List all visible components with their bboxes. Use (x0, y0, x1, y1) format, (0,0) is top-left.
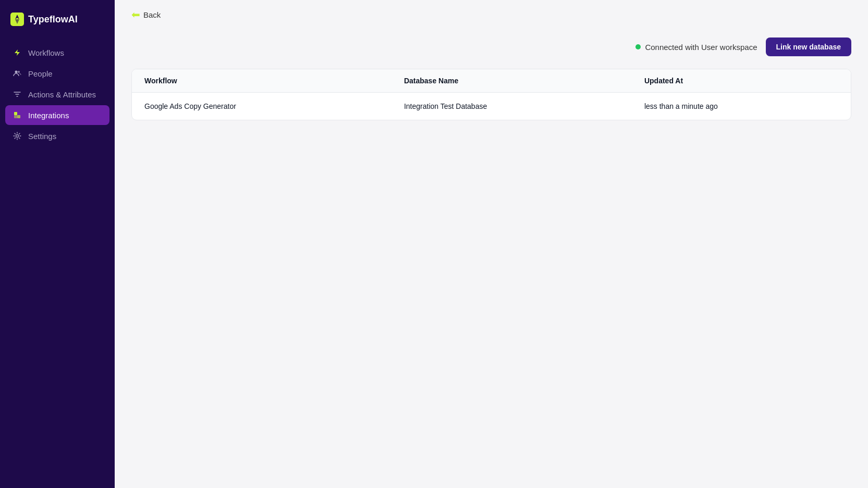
bolt-icon (13, 48, 22, 57)
table-header-row: Workflow Database Name Updated At (132, 69, 851, 93)
svg-rect-7 (14, 115, 17, 118)
connection-bar: Connected with User workspace Link new d… (131, 37, 851, 56)
link-new-database-button[interactable]: Link new database (766, 37, 851, 56)
table-header: Workflow Database Name Updated At (132, 69, 851, 93)
sidebar-item-integrations-label: Integrations (28, 111, 69, 120)
top-bar: ⬅ Back (115, 0, 868, 29)
logo-text: TypeflowAI (28, 14, 78, 25)
people-icon (13, 69, 22, 78)
back-arrow-icon: ⬅ (131, 8, 140, 21)
sidebar-item-actions-label: Actions & Attributes (28, 90, 96, 99)
svg-point-3 (15, 71, 18, 73)
sidebar-item-people[interactable]: People (5, 64, 109, 83)
integrations-table-container: Workflow Database Name Updated At Google… (131, 69, 851, 120)
sidebar-item-workflows[interactable]: Workflows (5, 43, 109, 62)
col-workflow: Workflow (132, 69, 392, 93)
svg-rect-6 (17, 115, 20, 118)
connection-status: Connected with User workspace (635, 43, 757, 52)
back-button[interactable]: ⬅ Back (131, 8, 161, 21)
svg-point-4 (18, 71, 20, 73)
cell-updated-at: less than a minute ago (632, 93, 851, 120)
main-content: ⬅ Back Connected with User workspace Lin… (115, 0, 868, 488)
content-area: Connected with User workspace Link new d… (115, 29, 868, 488)
connection-status-label: Connected with User workspace (645, 43, 757, 52)
status-dot-green (635, 44, 641, 49)
table-body: Google Ads Copy GeneratorIntegration Tes… (132, 93, 851, 120)
sidebar-item-workflows-label: Workflows (28, 48, 64, 57)
filter-icon (13, 90, 22, 99)
sidebar-item-actions-attributes[interactable]: Actions & Attributes (5, 84, 109, 104)
col-database-name: Database Name (392, 69, 632, 93)
sidebar-item-settings[interactable]: Settings (5, 126, 109, 146)
sidebar-item-integrations[interactable]: Integrations (5, 105, 109, 125)
nav-items: Workflows People Actions & Attributes In… (0, 43, 115, 146)
svg-rect-5 (14, 112, 17, 115)
sidebar: TypeflowAI Workflows People Actions & At… (0, 0, 115, 488)
logo-icon (10, 12, 24, 26)
svg-point-8 (16, 135, 19, 137)
cell-workflow: Google Ads Copy Generator (132, 93, 392, 120)
col-updated-at: Updated At (632, 69, 851, 93)
sidebar-item-people-label: People (28, 69, 53, 78)
sidebar-item-settings-label: Settings (28, 132, 56, 141)
integrations-table: Workflow Database Name Updated At Google… (132, 69, 851, 120)
cell-database-name: Integration Test Database (392, 93, 632, 120)
gear-icon (13, 131, 22, 141)
logo-area: TypeflowAI (0, 0, 115, 43)
puzzle-icon (13, 110, 22, 120)
back-label: Back (143, 10, 161, 19)
table-row[interactable]: Google Ads Copy GeneratorIntegration Tes… (132, 93, 851, 120)
